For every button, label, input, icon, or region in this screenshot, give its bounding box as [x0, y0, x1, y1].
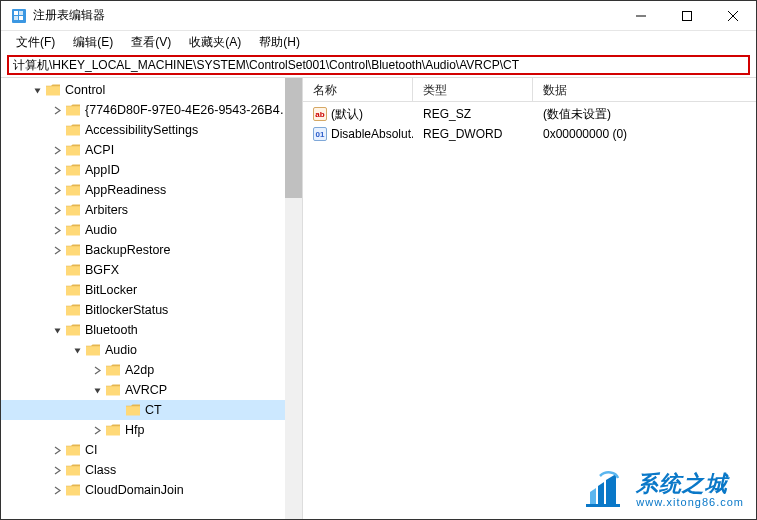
expander-none [51, 124, 63, 136]
chevron-right-icon[interactable] [91, 424, 103, 436]
tree-item-label: BitLocker [85, 283, 137, 297]
tree-item-label: AppID [85, 163, 120, 177]
tree-item-label: ACPI [85, 143, 114, 157]
minimize-button[interactable] [618, 1, 664, 31]
value-data: 0x00000000 (0) [533, 127, 733, 141]
chevron-down-icon[interactable] [91, 384, 103, 396]
tree-item-label: Audio [105, 343, 137, 357]
tree-item-label: Class [85, 463, 116, 477]
tree-scrollbar[interactable] [285, 78, 302, 519]
menu-file[interactable]: 文件(F) [7, 32, 64, 53]
tree-item-label: Audio [85, 223, 117, 237]
tree-item-label: Control [65, 83, 105, 97]
tree-item-label: Arbiters [85, 203, 128, 217]
tree-item[interactable]: A2dp [1, 360, 302, 380]
tree-item[interactable]: Audio [1, 340, 302, 360]
tree-item[interactable]: AppReadiness [1, 180, 302, 200]
expander-none [111, 404, 123, 416]
tree-scroll-thumb[interactable] [285, 78, 302, 198]
chevron-right-icon[interactable] [51, 224, 63, 236]
svg-rect-2 [19, 11, 23, 15]
app-icon [11, 8, 27, 24]
tree-item[interactable]: BitlockerStatus [1, 300, 302, 320]
folder-icon [65, 283, 81, 297]
chevron-right-icon[interactable] [51, 464, 63, 476]
value-type: REG_SZ [413, 107, 533, 121]
folder-icon [105, 383, 121, 397]
menu-favorites[interactable]: 收藏夹(A) [180, 32, 250, 53]
tree-item-label: AVRCP [125, 383, 167, 397]
value-row[interactable]: 01DisableAbsolut...REG_DWORD0x00000000 (… [303, 124, 756, 144]
expander-none [51, 304, 63, 316]
folder-icon [65, 163, 81, 177]
folder-icon [65, 223, 81, 237]
tree-item[interactable]: AccessibilitySettings [1, 120, 302, 140]
folder-icon [105, 423, 121, 437]
value-row[interactable]: ab(默认)REG_SZ(数值未设置) [303, 104, 756, 124]
svg-rect-3 [14, 16, 18, 20]
tree-item-label: A2dp [125, 363, 154, 377]
tree-item[interactable]: AVRCP [1, 380, 302, 400]
col-type[interactable]: 类型 [413, 78, 533, 101]
chevron-right-icon[interactable] [51, 104, 63, 116]
tree-item[interactable]: Arbiters [1, 200, 302, 220]
list-header: 名称 类型 数据 [303, 78, 756, 102]
chevron-right-icon[interactable] [51, 444, 63, 456]
chevron-right-icon[interactable] [51, 184, 63, 196]
chevron-down-icon[interactable] [31, 84, 43, 96]
tree-item-label: BitlockerStatus [85, 303, 168, 317]
registry-tree[interactable]: Control{7746D80F-97E0-4E26-9543-26B4…Acc… [1, 78, 302, 502]
chevron-right-icon[interactable] [51, 144, 63, 156]
close-button[interactable] [710, 1, 756, 31]
tree-item-label: CT [145, 403, 162, 417]
tree-item[interactable]: ACPI [1, 140, 302, 160]
folder-icon [65, 103, 81, 117]
tree-item[interactable]: CT [1, 400, 302, 420]
tree-item[interactable]: Bluetooth [1, 320, 302, 340]
folder-icon [105, 363, 121, 377]
folder-icon [45, 83, 61, 97]
maximize-button[interactable] [664, 1, 710, 31]
svg-rect-4 [19, 16, 23, 20]
folder-icon [65, 443, 81, 457]
tree-item[interactable]: Hfp [1, 420, 302, 440]
folder-icon [65, 323, 81, 337]
tree-item[interactable]: BitLocker [1, 280, 302, 300]
folder-icon [125, 403, 141, 417]
chevron-right-icon[interactable] [51, 484, 63, 496]
address-bar[interactable]: 计算机\HKEY_LOCAL_MACHINE\SYSTEM\ControlSet… [7, 55, 750, 75]
menu-help[interactable]: 帮助(H) [250, 32, 309, 53]
chevron-down-icon[interactable] [51, 324, 63, 336]
chevron-right-icon[interactable] [51, 164, 63, 176]
chevron-right-icon[interactable] [51, 244, 63, 256]
tree-item[interactable]: BackupRestore [1, 240, 302, 260]
tree-item-label: Bluetooth [85, 323, 138, 337]
content: Control{7746D80F-97E0-4E26-9543-26B4…Acc… [1, 77, 756, 519]
tree-item-label: Hfp [125, 423, 144, 437]
value-data: (数值未设置) [533, 106, 733, 123]
menu-edit[interactable]: 编辑(E) [64, 32, 122, 53]
list-pane: 名称 类型 数据 ab(默认)REG_SZ(数值未设置)01DisableAbs… [303, 78, 756, 519]
window-controls [618, 1, 756, 31]
tree-item-label: AccessibilitySettings [85, 123, 198, 137]
tree-item[interactable]: Audio [1, 220, 302, 240]
tree-item[interactable]: AppID [1, 160, 302, 180]
chevron-right-icon[interactable] [91, 364, 103, 376]
tree-item[interactable]: Class [1, 460, 302, 480]
tree-item-label: CI [85, 443, 98, 457]
tree-item[interactable]: BGFX [1, 260, 302, 280]
folder-icon [65, 303, 81, 317]
titlebar: 注册表编辑器 [1, 1, 756, 31]
col-data[interactable]: 数据 [533, 78, 733, 101]
tree-item-label: BGFX [85, 263, 119, 277]
string-value-icon: ab [313, 107, 327, 121]
folder-icon [65, 123, 81, 137]
tree-item[interactable]: CloudDomainJoin [1, 480, 302, 500]
menu-view[interactable]: 查看(V) [122, 32, 180, 53]
col-name[interactable]: 名称 [303, 78, 413, 101]
tree-item[interactable]: {7746D80F-97E0-4E26-9543-26B4… [1, 100, 302, 120]
chevron-down-icon[interactable] [71, 344, 83, 356]
tree-item[interactable]: CI [1, 440, 302, 460]
chevron-right-icon[interactable] [51, 204, 63, 216]
tree-item[interactable]: Control [1, 80, 302, 100]
